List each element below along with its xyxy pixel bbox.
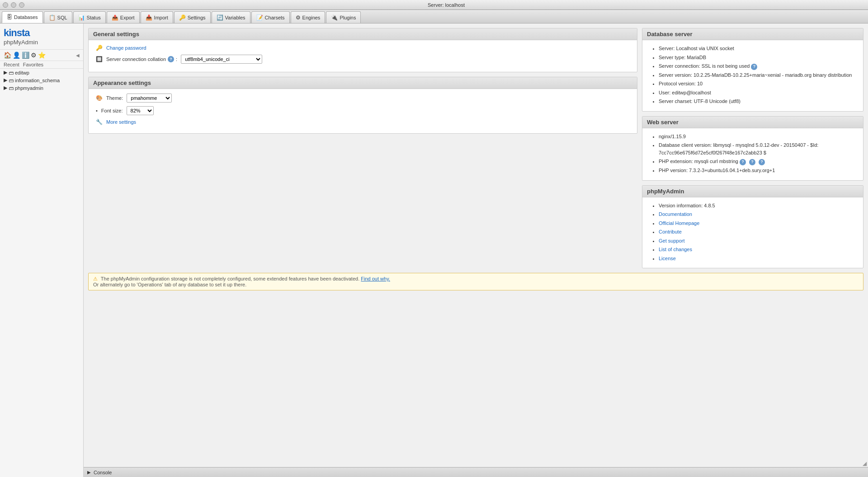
change-password-link[interactable]: Change password bbox=[106, 45, 146, 51]
fontsize-label: Font size: bbox=[101, 108, 123, 113]
sidebar-item-editwp[interactable]: ▶ 🗃 editwp bbox=[0, 69, 83, 76]
contribute-link[interactable]: Contribute bbox=[659, 229, 682, 234]
warning-bar: ⚠ The phpMyAdmin configuration storage i… bbox=[88, 273, 863, 290]
home-icon[interactable]: 🏠 bbox=[4, 51, 11, 59]
tab-bar: 🗄 Databases 📋 SQL 📊 Status 📤 Export 📥 Im… bbox=[0, 10, 868, 23]
list-item: Server type: MariaDB bbox=[659, 54, 856, 61]
user-icon[interactable]: 👤 bbox=[13, 51, 20, 59]
variables-icon: 🔄 bbox=[217, 14, 223, 21]
databases-icon: 🗄 bbox=[7, 14, 12, 20]
mbstring-help-icon[interactable]: ? bbox=[759, 159, 765, 165]
theme-label: Theme: bbox=[106, 95, 123, 101]
collation-label: Server connection collation ? : bbox=[106, 56, 177, 62]
list-item: Server charset: UTF-8 Unicode (utf8) bbox=[659, 98, 856, 105]
phpmyadmin-panel: phpMyAdmin Version information: 4.8.5 Do… bbox=[642, 185, 863, 269]
tab-status[interactable]: 📊 Status bbox=[73, 11, 106, 23]
fontsize-row: • Font size: 82% bbox=[96, 106, 630, 115]
web-server-body: nginx/1.15.9 Database client version: li… bbox=[642, 128, 863, 180]
phpmyadmin-body: Version information: 4.8.5 Documentation… bbox=[642, 197, 863, 268]
left-column: General settings 🔑 Change password 🔲 Ser… bbox=[88, 28, 637, 268]
brand-logo: kinsta bbox=[4, 27, 80, 39]
warning-icon: ⚠ bbox=[93, 276, 98, 281]
tab-settings[interactable]: 🔑 Settings bbox=[174, 11, 211, 23]
titlebar: Server: localhost bbox=[0, 0, 868, 10]
general-settings-panel: General settings 🔑 Change password 🔲 Ser… bbox=[88, 28, 637, 72]
db-name: information_schema bbox=[15, 78, 60, 83]
info-icon[interactable]: ℹ️ bbox=[22, 51, 29, 59]
tab-export[interactable]: 📤 Export bbox=[107, 11, 140, 23]
list-item: Server version: 10.2.25-MariaDB-10.2.25+… bbox=[659, 71, 856, 79]
status-icon: 📊 bbox=[78, 14, 85, 21]
list-item: Server connection: SSL is not being used… bbox=[659, 62, 856, 70]
wrench-icon: 🔧 bbox=[96, 119, 103, 125]
documentation-link[interactable]: Documentation bbox=[659, 211, 692, 217]
database-server-panel: Database server Server: Localhost via UN… bbox=[642, 28, 863, 112]
star-icon[interactable]: ⭐ bbox=[38, 51, 46, 59]
tab-engines[interactable]: ⚙ Engines bbox=[291, 11, 326, 23]
brand-subbrand: phpMyAdmin bbox=[4, 39, 80, 46]
key-icon: 🔑 bbox=[96, 45, 103, 51]
tab-databases[interactable]: 🗄 Databases bbox=[2, 11, 43, 23]
console-icon: ▶ bbox=[87, 470, 91, 475]
db-icon: 🗃 bbox=[9, 85, 14, 91]
collation-icon: 🔲 bbox=[96, 56, 103, 62]
engines-icon: ⚙ bbox=[296, 14, 301, 21]
tab-sql[interactable]: 📋 SQL bbox=[44, 11, 72, 23]
sidebar-item-phpmyadmin[interactable]: ▶ 🗃 phpmyadmin bbox=[0, 84, 83, 92]
web-server-header: Web server bbox=[642, 117, 863, 128]
close-button[interactable] bbox=[3, 2, 8, 8]
license-link[interactable]: License bbox=[659, 256, 676, 261]
sidebar-toolbar: 🏠 👤 ℹ️ ⚙ ⭐ ◀ bbox=[0, 50, 83, 61]
collation-select[interactable]: utf8mb4_unicode_ci bbox=[181, 55, 262, 64]
general-settings-header: General settings bbox=[89, 28, 637, 40]
official-homepage-link[interactable]: Official Homepage bbox=[659, 220, 699, 226]
list-item: Protocol version: 10 bbox=[659, 80, 856, 88]
theme-icon: 🎨 bbox=[96, 95, 103, 101]
console-bar[interactable]: ▶ Console bbox=[84, 467, 868, 477]
curl-help-icon[interactable]: ? bbox=[749, 159, 755, 165]
app-container: kinsta phpMyAdmin 🏠 👤 ℹ️ ⚙ ⭐ ◀ Recent Fa… bbox=[0, 23, 868, 477]
appearance-settings-panel: Appearance settings 🎨 Theme: pmahomme • … bbox=[88, 77, 637, 134]
favorites-link[interactable]: Favorites bbox=[23, 62, 43, 67]
settings-small-icon[interactable]: ⚙ bbox=[31, 51, 37, 59]
list-item: nginx/1.15.9 bbox=[659, 133, 856, 140]
collation-help-icon[interactable]: ? bbox=[168, 56, 174, 62]
appearance-settings-body: 🎨 Theme: pmahomme • Font size: 82% bbox=[89, 89, 637, 133]
recent-link[interactable]: Recent bbox=[4, 62, 19, 67]
list-item: Database client version: libmysql - mysq… bbox=[659, 141, 856, 156]
phpmyadmin-contribute-item: Contribute bbox=[659, 228, 856, 236]
db-name: editwp bbox=[15, 70, 29, 75]
find-out-why-link[interactable]: Find out why. bbox=[361, 276, 390, 281]
list-item: PHP extension: mysqli curl mbstring ? ? … bbox=[659, 158, 856, 165]
collation-row: 🔲 Server connection collation ? : utf8mb… bbox=[96, 55, 630, 64]
fontsize-select[interactable]: 82% bbox=[127, 106, 154, 115]
mysqli-help-icon[interactable]: ? bbox=[740, 159, 746, 165]
sidebar-item-information-schema[interactable]: ▶ 🗃 information_schema bbox=[0, 76, 83, 84]
tab-plugins[interactable]: 🔌 Plugins bbox=[326, 11, 361, 23]
more-settings-row: 🔧 More settings bbox=[96, 119, 630, 125]
database-server-body: Server: Localhost via UNIX socket Server… bbox=[642, 40, 863, 111]
window-title: Server: localhost bbox=[27, 2, 865, 8]
tab-charsets[interactable]: 📝 Charsets bbox=[251, 11, 290, 23]
theme-select[interactable]: pmahomme bbox=[127, 94, 172, 103]
resize-handle[interactable]: ◢ bbox=[861, 460, 868, 467]
maximize-button[interactable] bbox=[19, 2, 24, 8]
console-label: Console bbox=[94, 470, 112, 475]
ssl-help-icon[interactable]: ? bbox=[751, 64, 757, 70]
phpmyadmin-header: phpMyAdmin bbox=[642, 186, 863, 197]
more-settings-link[interactable]: More settings bbox=[106, 119, 136, 125]
list-of-changes-link[interactable]: List of changes bbox=[659, 247, 692, 252]
two-col-layout: General settings 🔑 Change password 🔲 Ser… bbox=[88, 28, 863, 268]
tab-variables[interactable]: 🔄 Variables bbox=[212, 11, 250, 23]
phpmyadmin-documentation-item: Documentation bbox=[659, 210, 856, 218]
sidebar: kinsta phpMyAdmin 🏠 👤 ℹ️ ⚙ ⭐ ◀ Recent Fa… bbox=[0, 23, 84, 477]
phpmyadmin-list: Version information: 4.8.5 Documentation… bbox=[650, 202, 856, 262]
collapse-icon[interactable]: ◀ bbox=[76, 53, 80, 58]
list-item: PHP version: 7.3.2-3+ubuntu16.04.1+deb.s… bbox=[659, 167, 856, 174]
expand-icon: ▶ bbox=[4, 70, 7, 75]
tab-import[interactable]: 📥 Import bbox=[141, 11, 173, 23]
main-content: General settings 🔑 Change password 🔲 Ser… bbox=[84, 23, 868, 477]
minimize-button[interactable] bbox=[11, 2, 16, 8]
get-support-link[interactable]: Get support bbox=[659, 238, 684, 243]
theme-row: 🎨 Theme: pmahomme bbox=[96, 94, 630, 103]
